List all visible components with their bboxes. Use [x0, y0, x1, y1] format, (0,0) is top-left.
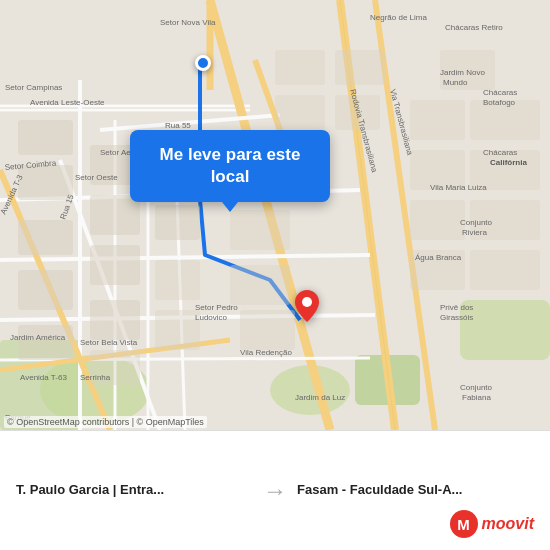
svg-text:Setor Pedro: Setor Pedro — [195, 303, 238, 312]
svg-text:Chácaras Retiro: Chácaras Retiro — [445, 23, 503, 32]
origin-stop-label: T. Paulo Garcia | Entra... — [16, 482, 253, 497]
svg-text:Vila Redenção: Vila Redenção — [240, 348, 292, 357]
svg-text:Conjunto: Conjunto — [460, 383, 493, 392]
route-arrow: → — [253, 477, 297, 505]
svg-text:Serrinha: Serrinha — [80, 373, 111, 382]
svg-text:Conjunto: Conjunto — [460, 218, 493, 227]
svg-text:Setor Campinas: Setor Campinas — [5, 83, 62, 92]
svg-rect-30 — [90, 195, 140, 235]
svg-rect-3 — [460, 300, 550, 360]
svg-rect-39 — [155, 260, 200, 300]
map-area: Avenida Leste-Oeste Setor Nova Vila Seto… — [0, 0, 550, 430]
svg-text:Mundo: Mundo — [443, 78, 468, 87]
svg-text:Setor Nova Vila: Setor Nova Vila — [160, 18, 216, 27]
tooltip-text: Me leve para este local — [160, 145, 301, 186]
svg-text:Riviera: Riviera — [462, 228, 487, 237]
svg-text:Fabiana: Fabiana — [462, 393, 491, 402]
svg-rect-40 — [155, 310, 200, 350]
svg-text:Privê dos: Privê dos — [440, 303, 473, 312]
svg-text:Setor Oeste: Setor Oeste — [75, 173, 118, 182]
svg-text:Rua 55: Rua 55 — [165, 121, 191, 130]
svg-text:Jardim Novo: Jardim Novo — [440, 68, 485, 77]
svg-text:Ludovico: Ludovico — [195, 313, 228, 322]
svg-rect-34 — [230, 265, 290, 305]
svg-text:Girassóis: Girassóis — [440, 313, 473, 322]
svg-rect-27 — [18, 120, 73, 155]
svg-rect-44 — [410, 200, 465, 240]
svg-text:Jardim da Luz: Jardim da Luz — [295, 393, 345, 402]
svg-rect-35 — [240, 310, 295, 350]
svg-rect-42 — [18, 325, 73, 360]
moovit-brand-text: moovit — [482, 515, 534, 533]
moovit-m-icon: M — [450, 510, 478, 538]
svg-rect-38 — [90, 245, 140, 285]
svg-text:Chácaras: Chácaras — [483, 148, 517, 157]
moovit-logo: M moovit — [450, 510, 534, 538]
svg-text:Botafogo: Botafogo — [483, 98, 516, 107]
svg-text:Jardim América: Jardim América — [10, 333, 66, 342]
svg-text:Negrão de Lima: Negrão de Lima — [370, 13, 427, 22]
destination-stop-label: Fasam - Faculdade Sul-A... — [297, 482, 534, 497]
svg-rect-47 — [470, 250, 540, 290]
svg-text:Chácaras: Chácaras — [483, 88, 517, 97]
destination-stop: Fasam - Faculdade Sul-A... — [297, 482, 534, 499]
svg-rect-28 — [18, 165, 73, 200]
svg-text:Avenida T-63: Avenida T-63 — [20, 373, 67, 382]
svg-rect-41 — [90, 300, 140, 340]
svg-text:Água Branca: Água Branca — [415, 253, 462, 262]
map-attribution: © OpenStreetMap contributors | © OpenMap… — [4, 416, 207, 428]
tooltip-bubble[interactable]: Me leve para este local — [130, 130, 330, 202]
svg-text:Califórnia: Califórnia — [490, 158, 527, 167]
svg-rect-33 — [230, 210, 290, 250]
origin-pin — [195, 55, 211, 71]
svg-rect-32 — [155, 205, 200, 240]
svg-rect-50 — [410, 100, 465, 140]
svg-rect-55 — [275, 95, 325, 130]
destination-pin — [295, 290, 319, 322]
svg-point-94 — [302, 297, 312, 307]
bottom-navigation-bar: T. Paulo Garcia | Entra... → Fasam - Fac… — [0, 430, 550, 550]
svg-rect-37 — [18, 270, 73, 310]
svg-text:Vila Maria Luiza: Vila Maria Luiza — [430, 183, 487, 192]
svg-rect-36 — [18, 220, 73, 255]
svg-rect-53 — [275, 50, 325, 85]
origin-stop: T. Paulo Garcia | Entra... — [16, 482, 253, 499]
svg-text:Avenida Leste-Oeste: Avenida Leste-Oeste — [30, 98, 105, 107]
svg-text:Setor Bela Vista: Setor Bela Vista — [80, 338, 138, 347]
svg-rect-54 — [335, 50, 385, 85]
